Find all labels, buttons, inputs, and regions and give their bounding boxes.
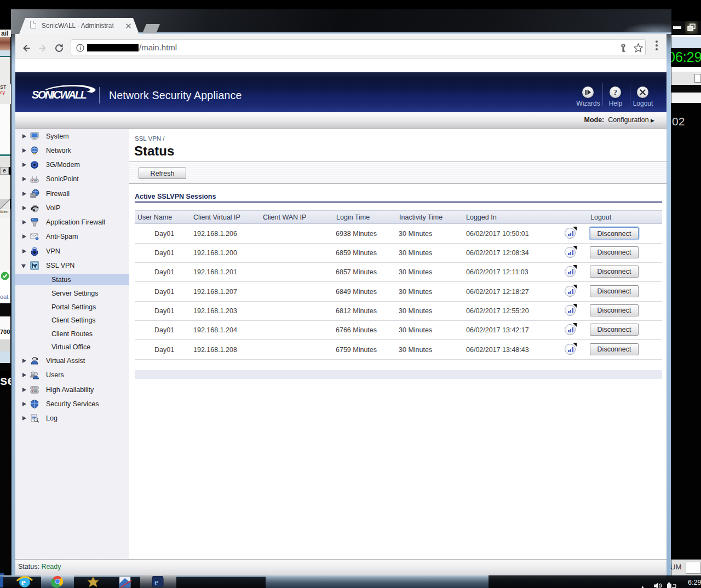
svg-text:SONICWALL: SONICWALL bbox=[32, 89, 87, 101]
svg-text:e: e bbox=[154, 578, 158, 587]
svg-text:?: ? bbox=[613, 89, 617, 97]
svg-text:e: e bbox=[21, 577, 26, 587]
